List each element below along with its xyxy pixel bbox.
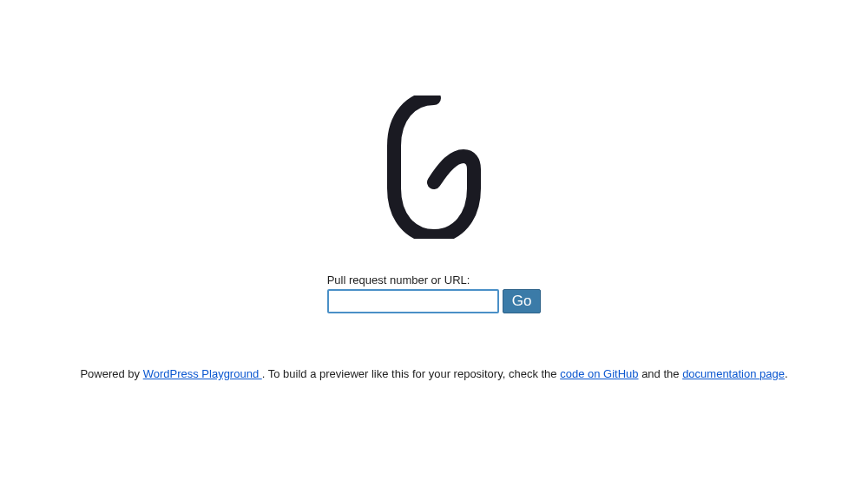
form-row: Go: [327, 289, 542, 313]
footer-text: Powered by WordPress Playground . To bui…: [80, 367, 787, 380]
footer-prefix: Powered by: [80, 367, 142, 380]
footer-suffix: .: [785, 367, 788, 380]
gutenberg-logo: [386, 96, 482, 239]
pr-form: Pull request number or URL: Go: [327, 273, 542, 313]
footer-mid2: and the: [639, 367, 683, 380]
footer-mid1: . To build a previewer like this for you…: [262, 367, 560, 380]
code-on-github-link[interactable]: code on GitHub: [560, 367, 638, 380]
pr-input[interactable]: [327, 289, 499, 313]
documentation-page-link[interactable]: documentation page: [682, 367, 785, 380]
pr-input-label: Pull request number or URL:: [327, 273, 470, 287]
wordpress-playground-link[interactable]: WordPress Playground: [143, 367, 262, 380]
go-button[interactable]: Go: [503, 289, 542, 313]
